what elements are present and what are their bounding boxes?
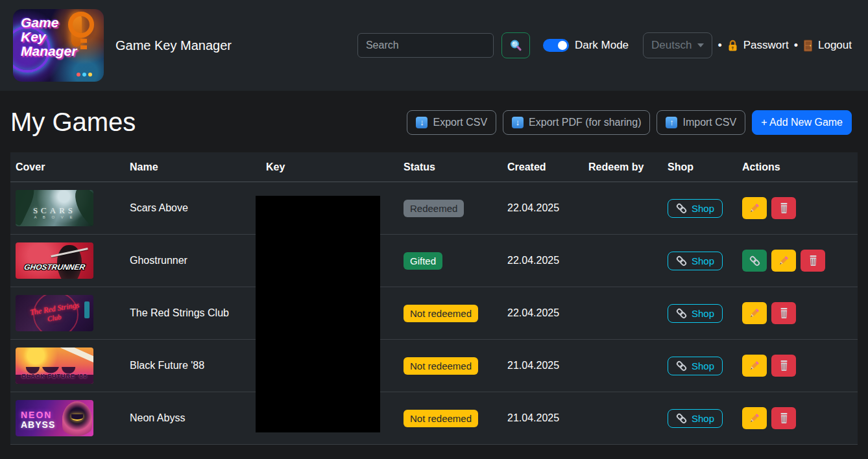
edit-button[interactable]: [771, 250, 796, 272]
import-csv-button[interactable]: ↑ Import CSV: [657, 110, 745, 135]
table-row: SCARS A B O V E Scars Above Redeemed 22.…: [10, 182, 858, 235]
search-button[interactable]: [501, 32, 530, 58]
lock-icon: [727, 40, 738, 52]
gamepad-icon: [77, 73, 92, 76]
actions-cell: [742, 407, 852, 429]
add-new-game-button[interactable]: + Add New Game: [752, 110, 852, 135]
trash-icon: [778, 412, 790, 424]
status-badge: Redeemed: [404, 200, 464, 217]
table-row: NEON ABYSS Neon Abyss Not redeemed 21.04…: [10, 392, 858, 445]
cover-art-text: NEON: [21, 410, 52, 420]
game-cover-image[interactable]: GHOSTRUNNER: [16, 242, 93, 279]
game-name: The Red Strings Club: [130, 307, 229, 318]
link-icon: [676, 255, 687, 266]
cover-art-text: A B O V E: [34, 215, 75, 220]
language-value: Deutsch: [651, 39, 692, 52]
link-icon: [676, 203, 687, 214]
dark-mode-label: Dark Mode: [575, 39, 629, 52]
status-badge: Not redeemed: [404, 305, 478, 322]
trash-icon: [778, 202, 790, 214]
shop-link-button[interactable]: Shop: [668, 409, 723, 428]
trash-icon: [808, 255, 819, 266]
pencil-icon: [778, 255, 790, 266]
col-header-status: Status: [398, 152, 502, 182]
edit-button[interactable]: [742, 407, 767, 429]
status-badge: Gifted: [404, 252, 442, 270]
app-logo[interactable]: Game Key Manager: [13, 9, 104, 82]
search-icon: [509, 39, 522, 52]
created-date: 21.04.2025: [507, 412, 559, 423]
edit-button[interactable]: [742, 355, 767, 377]
cover-art-text: GHOSTRUNNER: [23, 263, 86, 272]
actions-cell: [742, 197, 852, 219]
edit-button[interactable]: [742, 302, 767, 324]
export-csv-button[interactable]: ↓ Export CSV: [407, 110, 496, 135]
table-row: The Red Strings Club The Red Strings Clu…: [10, 287, 858, 340]
password-link[interactable]: Passwort: [727, 39, 789, 52]
actions-cell: [742, 302, 852, 324]
trash-icon: [778, 360, 790, 371]
table-header-row: Cover Name Key Status Created Redeem by …: [10, 152, 858, 182]
chevron-down-icon: [697, 43, 704, 47]
page-head: My Games ↓ Export CSV ↓ Export PDF (for …: [0, 91, 868, 152]
edit-button[interactable]: [742, 197, 767, 219]
shop-link-button[interactable]: Shop: [668, 304, 723, 323]
created-date: 22.04.2025: [507, 307, 559, 318]
game-cover-image[interactable]: The Red Strings Club: [16, 295, 93, 331]
col-header-created: Created: [502, 152, 583, 182]
list-bullet: •: [794, 39, 798, 53]
col-header-shop: Shop: [662, 152, 737, 182]
cover-art-text: Club: [47, 312, 62, 322]
export-pdf-button[interactable]: ↓ Export PDF (for sharing): [503, 110, 650, 135]
delete-button[interactable]: [801, 250, 825, 272]
delete-button[interactable]: [771, 197, 796, 219]
app-header: Game Key Manager Game Key Manager Dark M…: [0, 0, 868, 91]
download-icon: ↓: [416, 117, 428, 128]
shop-link-button[interactable]: Shop: [668, 252, 723, 270]
shop-link-button[interactable]: Shop: [668, 199, 723, 218]
created-date: 22.04.2025: [507, 202, 559, 213]
game-cover-image[interactable]: NEON ABYSS: [16, 400, 93, 436]
toggle-knob: [558, 41, 567, 50]
created-date: 21.04.2025: [507, 360, 559, 371]
pencil-icon: [749, 412, 760, 424]
link-icon: [676, 413, 687, 424]
status-badge: Not redeemed: [404, 357, 478, 375]
page-title: My Games: [10, 108, 136, 137]
col-header-redeem-by: Redeem by: [583, 152, 662, 182]
delete-button[interactable]: [771, 407, 796, 429]
game-cover-image[interactable]: SCARS A B O V E: [16, 190, 93, 226]
actions-cell: [742, 355, 852, 377]
game-cover-image[interactable]: BLACK FUTURE '88: [16, 347, 93, 384]
trash-icon: [778, 307, 790, 319]
cover-art-text: BLACK FUTURE '88: [21, 373, 87, 380]
list-bullet: •: [717, 39, 721, 53]
delete-button[interactable]: [771, 355, 796, 377]
col-header-actions: Actions: [737, 152, 858, 182]
logout-label: Logout: [818, 39, 852, 52]
gift-link-button[interactable]: [742, 250, 767, 272]
status-badge: Not redeemed: [404, 410, 478, 427]
search-input[interactable]: [357, 33, 494, 58]
pencil-icon: [749, 360, 760, 371]
table-row: GHOSTRUNNER Ghostrunner Gifted 22.04.202…: [10, 235, 858, 287]
logo-text: Game Key Manager: [21, 16, 77, 58]
cover-art-text: ABYSS: [21, 420, 55, 430]
games-table-body: SCARS A B O V E Scars Above Redeemed 22.…: [10, 182, 858, 445]
language-select[interactable]: Deutsch: [643, 32, 712, 58]
shop-link-button[interactable]: Shop: [668, 357, 723, 375]
link-icon: [749, 255, 760, 266]
cover-art-text: SCARS: [33, 206, 76, 215]
table-row: BLACK FUTURE '88 Black Future '88 Not re…: [10, 340, 858, 392]
logout-link[interactable]: Logout: [803, 39, 852, 52]
game-name: Neon Abyss: [130, 412, 185, 423]
dark-mode-toggle[interactable]: [543, 39, 569, 52]
pencil-icon: [749, 307, 760, 319]
door-icon: [803, 40, 813, 52]
upload-icon: ↑: [666, 117, 677, 128]
link-icon: [676, 308, 687, 319]
games-table: Cover Name Key Status Created Redeem by …: [10, 152, 858, 445]
game-name: Black Future '88: [130, 360, 204, 371]
toolbar: ↓ Export CSV ↓ Export PDF (for sharing) …: [407, 110, 852, 135]
delete-button[interactable]: [771, 302, 796, 324]
